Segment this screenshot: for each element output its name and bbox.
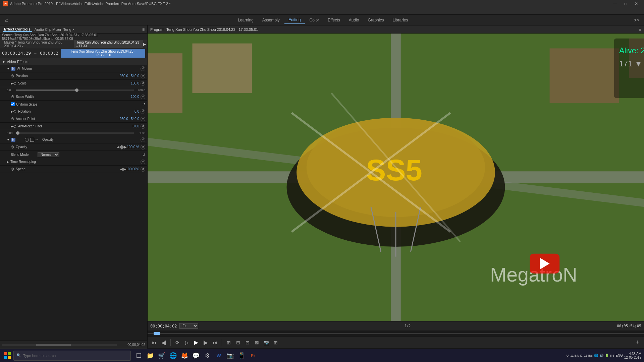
transport-export[interactable]: ⊞ — [272, 339, 280, 347]
ec-scrollbar[interactable] — [2, 344, 117, 346]
scale-stopwatch[interactable]: ⏱ — [13, 81, 17, 85]
anti-flicker-value[interactable]: 0.00 — [133, 124, 139, 128]
anchor-reset[interactable]: ↺ — [141, 117, 145, 121]
taskbar-premiere[interactable]: Pr — [248, 349, 258, 362]
blend-mode-select[interactable]: Normal Multiply Screen Overlay Darken Li… — [38, 152, 59, 157]
time-remap-arrow[interactable]: ▶ — [7, 160, 9, 164]
scale-value[interactable]: 100.0 — [131, 81, 139, 85]
scale-width-stopwatch[interactable]: ⏱ — [11, 95, 14, 99]
scale-slider[interactable] — [16, 89, 134, 91]
taskbar-search-box[interactable]: 🔍 — [13, 351, 131, 361]
minimize-button[interactable]: — — [610, 0, 620, 7]
transport-play-fwd[interactable]: |▶ — [202, 339, 210, 347]
opacity-kf-next[interactable]: ▶ — [124, 145, 127, 149]
time-remap-reset[interactable]: ↺ — [141, 160, 145, 164]
uniform-scale-reset[interactable]: ↺ — [143, 103, 145, 106]
timecode-out[interactable]: 00;00;2 — [40, 51, 58, 56]
opacity-value[interactable]: 100.0 % — [127, 145, 139, 149]
transport-to-outpoint[interactable]: ⏭ — [211, 339, 219, 347]
transport-play-in-out[interactable]: ▷ — [183, 339, 191, 347]
rotation-reset[interactable]: ↺ — [141, 109, 145, 114]
taskbar-camera[interactable]: 📷 — [225, 349, 235, 362]
taskbar-search-input[interactable] — [23, 354, 128, 358]
tab-effect-controls[interactable]: Effect Controls — [3, 27, 32, 32]
tray-battery-icon[interactable]: 🔋 — [605, 354, 609, 357]
nav-libraries[interactable]: Libraries — [388, 16, 412, 24]
taskbar-settings[interactable]: ⚙ — [202, 349, 213, 362]
nav-assembly[interactable]: Assembly — [258, 16, 284, 24]
speed-reset[interactable]: ↺ — [141, 167, 145, 172]
transport-loop[interactable]: ⟳ — [173, 339, 181, 347]
taskbar-firefox[interactable]: 🦊 — [179, 349, 190, 362]
tray-clock[interactable]: 4:38 AM 12-05-2019 — [624, 352, 641, 359]
anti-flicker-thumb[interactable] — [16, 131, 19, 135]
tray-language[interactable]: ENG — [615, 354, 623, 357]
opacity-reset[interactable]: ↺ — [141, 145, 145, 149]
uniform-scale-checkbox[interactable] — [11, 102, 15, 106]
speed-stopwatch[interactable]: ⏱ — [11, 167, 14, 171]
rotation-arrow[interactable]: ▶ — [11, 110, 13, 113]
tray-sound-icon[interactable]: 🔊 — [599, 354, 603, 357]
scale-width-value[interactable]: 100.0 — [131, 95, 139, 99]
program-current-timecode[interactable]: 00;00;04;02 — [150, 324, 177, 328]
scrubber-track[interactable] — [148, 333, 644, 334]
position-reset[interactable]: ↺ — [141, 74, 145, 78]
anti-flicker-reset[interactable]: ↺ — [141, 124, 145, 129]
program-scrubber[interactable] — [148, 330, 644, 337]
motion-row[interactable]: ▼ fx ⏱ Motion ↺ — [0, 65, 147, 72]
start-button[interactable] — [1, 350, 13, 362]
motion-collapse-arrow[interactable]: ▼ — [7, 67, 10, 70]
tray-network-icon[interactable]: 🌐 — [594, 354, 598, 357]
speed-value[interactable]: 100.00% — [126, 167, 139, 171]
scrubber-playhead[interactable] — [154, 332, 160, 335]
transport-insert[interactable]: ⊞ — [225, 339, 233, 347]
taskbar-phone[interactable]: 📱 — [236, 349, 247, 362]
transport-to-inpoint[interactable]: ⏮ — [150, 339, 158, 347]
transport-extract[interactable]: ⊠ — [253, 339, 261, 347]
seq-tab-active[interactable]: Teng Xun Shou You Zhu Shou 2019.04.23 - … — [74, 40, 143, 49]
anchor-stopwatch[interactable]: ⏱ — [11, 117, 14, 121]
nav-color[interactable]: Color — [306, 16, 323, 24]
nav-learning[interactable]: Learning — [234, 16, 258, 24]
timecode-in[interactable]: 00;00;24;29 — [2, 51, 31, 56]
anti-flicker-stopwatch[interactable]: ⏱ — [13, 124, 17, 128]
taskbar-file-explorer[interactable]: 📁 — [145, 349, 156, 362]
rotation-stopwatch[interactable]: ⏱ — [13, 110, 17, 114]
nav-audio[interactable]: Audio — [345, 16, 363, 24]
taskbar-word[interactable]: W — [213, 349, 224, 362]
opacity-square-tool[interactable] — [30, 138, 34, 142]
speed-kf-prev[interactable]: ◀ — [120, 167, 123, 171]
home-icon[interactable]: ⌂ — [3, 16, 11, 24]
position-x[interactable]: 960.0 — [120, 74, 128, 78]
rotation-value[interactable]: 0.0 — [135, 110, 139, 113]
nav-graphics[interactable]: Graphics — [364, 16, 388, 24]
scale-width-reset[interactable]: ↺ — [141, 95, 145, 99]
taskbar-messaging[interactable]: 💬 — [191, 349, 201, 362]
nav-more-icon[interactable]: >> — [632, 17, 641, 23]
ec-scroll-handle[interactable] — [36, 344, 70, 346]
transport-step-back[interactable]: ◀| — [160, 339, 168, 347]
opacity-pen-tool[interactable]: ✏ — [36, 138, 40, 142]
maximize-button[interactable]: □ — [621, 0, 631, 7]
anti-flicker-arrow[interactable]: ▶ — [11, 125, 13, 128]
anchor-y[interactable]: 540.0 — [131, 117, 139, 121]
nav-editing[interactable]: Editing — [284, 16, 305, 24]
video-effects-header[interactable]: ▼ Video Effects — [0, 58, 147, 65]
add-track-button[interactable]: + — [633, 339, 641, 347]
opacity-section-row[interactable]: ▼ fx ✏ Opacity ↺ — [0, 136, 147, 143]
opacity-circle-tool[interactable] — [25, 138, 29, 142]
transport-mark-frame[interactable]: 📷 — [262, 339, 270, 347]
scale-thumb[interactable] — [75, 88, 78, 92]
taskbar-store[interactable]: 🛒 — [156, 349, 167, 362]
transport-overwrite[interactable]: ⊟ — [234, 339, 242, 347]
motion-stopwatch[interactable]: ⏱ — [17, 67, 20, 71]
time-remapping-row[interactable]: ▶ Time Remapping ↺ — [0, 158, 147, 166]
opacity-section-reset[interactable]: ↺ — [141, 137, 145, 142]
master-tab[interactable]: Master * Teng Xun Shou You Zhu Shou 2019… — [1, 40, 74, 49]
opacity-kf-diamond[interactable] — [119, 144, 124, 149]
blend-mode-reset[interactable]: ↺ — [143, 153, 145, 157]
opacity-collapse-arrow[interactable]: ▼ — [7, 138, 10, 141]
anti-flicker-slider[interactable] — [16, 132, 134, 134]
seq-tab-arrow[interactable]: ▶ — [143, 42, 146, 47]
taskbar-edge[interactable]: 🌐 — [168, 349, 178, 362]
